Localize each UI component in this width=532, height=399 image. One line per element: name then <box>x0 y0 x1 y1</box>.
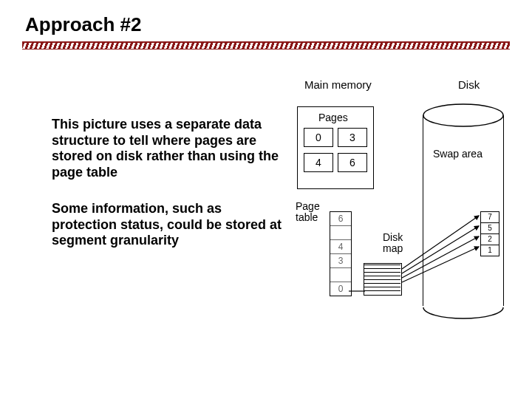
slide-title: Approach #2 <box>25 13 142 36</box>
cylinder-top <box>423 103 504 127</box>
pages-label: Pages <box>318 112 348 123</box>
page-table-entry: 6 <box>330 212 351 225</box>
connector-line <box>349 288 368 300</box>
page-frame: 0 <box>304 128 333 147</box>
main-memory-label: Main memory <box>304 78 372 91</box>
page-table-entry: 0 <box>330 282 351 296</box>
memory-diagram: Main memory Disk Pages 0 3 4 6 Page tabl… <box>296 74 517 325</box>
paragraph-2: Some information, such as protection sta… <box>52 201 288 249</box>
svg-line-3 <box>402 226 479 273</box>
page-frame: 4 <box>304 153 333 172</box>
main-memory-box: Pages 0 3 4 6 <box>297 106 374 189</box>
paragraph-1: This picture uses a separate data struct… <box>52 117 288 180</box>
page-frame: 6 <box>338 153 367 172</box>
disk-map <box>364 265 400 294</box>
svg-point-1 <box>423 104 503 126</box>
cylinder-bottom <box>423 296 504 319</box>
page-table-entry <box>330 225 351 239</box>
page-table-entry: 3 <box>330 253 351 267</box>
swap-area-label: Swap area <box>433 148 482 160</box>
page-table-entry <box>330 267 351 282</box>
disk-label: Disk <box>458 78 480 91</box>
svg-line-5 <box>402 247 479 282</box>
page-table-label: Page table <box>296 201 332 222</box>
page-frame: 3 <box>338 128 367 147</box>
page-table: 6 4 3 0 <box>330 211 352 296</box>
mapping-arrows <box>399 202 488 291</box>
title-underline <box>22 41 510 50</box>
page-table-entry: 4 <box>330 239 351 253</box>
